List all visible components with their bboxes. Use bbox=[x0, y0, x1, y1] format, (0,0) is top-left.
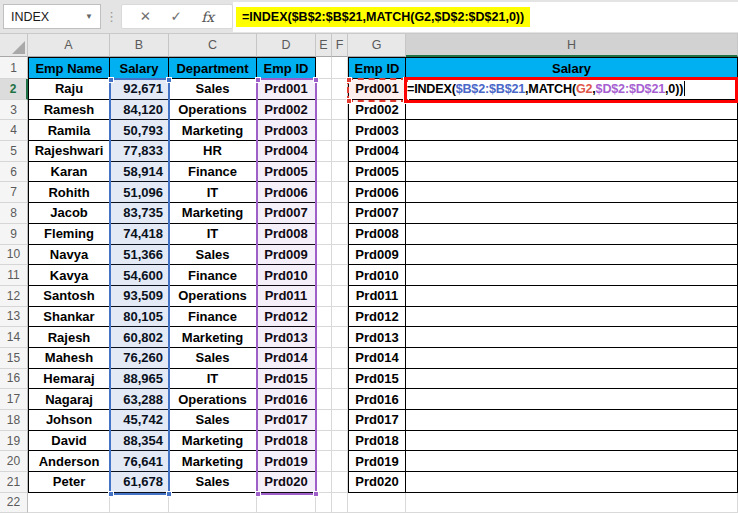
cell-B3[interactable]: 84,120 bbox=[110, 100, 169, 121]
cell-E6[interactable] bbox=[316, 162, 332, 183]
row-header-3[interactable]: 3 bbox=[0, 100, 28, 121]
cell-H16[interactable] bbox=[406, 369, 738, 390]
cell-F1[interactable] bbox=[332, 57, 348, 79]
insert-function-icon[interactable]: fx bbox=[201, 10, 214, 24]
cell-B8[interactable]: 83,735 bbox=[110, 203, 169, 224]
cell-H22[interactable] bbox=[406, 493, 738, 513]
cell-C1[interactable]: Department bbox=[169, 57, 257, 79]
cell-B9[interactable]: 74,418 bbox=[110, 224, 169, 245]
cell-B17[interactable]: 63,288 bbox=[110, 389, 169, 410]
cell-A20[interactable]: Anderson bbox=[28, 451, 110, 472]
cell-A12[interactable]: Santosh bbox=[28, 286, 110, 307]
cell-A16[interactable]: Hemaraj bbox=[28, 369, 110, 390]
cell-F18[interactable] bbox=[332, 410, 348, 431]
cell-H21[interactable] bbox=[406, 472, 738, 493]
cell-H7[interactable] bbox=[406, 182, 738, 203]
cell-F10[interactable] bbox=[332, 245, 348, 266]
cell-F8[interactable] bbox=[332, 203, 348, 224]
cell-C19[interactable]: Marketing bbox=[169, 431, 257, 452]
cell-B11[interactable]: 54,600 bbox=[110, 265, 169, 286]
cell-A7[interactable]: Rohith bbox=[28, 182, 110, 203]
formula-bar[interactable]: =INDEX($B$2:$B$21,MATCH(G2,$D$2:$D$21,0)… bbox=[233, 2, 738, 32]
row-header-7[interactable]: 7 bbox=[0, 182, 28, 203]
cell-B20[interactable]: 76,641 bbox=[110, 451, 169, 472]
row-header-20[interactable]: 20 bbox=[0, 451, 28, 472]
cell-E17[interactable] bbox=[316, 389, 332, 410]
cell-D8[interactable]: Prd007 bbox=[257, 203, 316, 224]
cell-F12[interactable] bbox=[332, 286, 348, 307]
row-header-4[interactable]: 4 bbox=[0, 120, 28, 141]
cell-B12[interactable]: 93,509 bbox=[110, 286, 169, 307]
cell-F11[interactable] bbox=[332, 265, 348, 286]
cell-E9[interactable] bbox=[316, 224, 332, 245]
cell-F17[interactable] bbox=[332, 389, 348, 410]
cell-A6[interactable]: Karan bbox=[28, 162, 110, 183]
cell-F14[interactable] bbox=[332, 327, 348, 348]
cell-G19[interactable]: Prd018 bbox=[348, 431, 406, 452]
cell-H12[interactable] bbox=[406, 286, 738, 307]
cell-A17[interactable]: Nagaraj bbox=[28, 389, 110, 410]
cell-G3[interactable]: Prd002 bbox=[348, 100, 406, 121]
cell-B18[interactable]: 45,742 bbox=[110, 410, 169, 431]
column-header-C[interactable]: C bbox=[169, 34, 257, 57]
cell-C4[interactable]: Marketing bbox=[169, 120, 257, 141]
cell-A15[interactable]: Mahesh bbox=[28, 348, 110, 369]
cell-C12[interactable]: Operations bbox=[169, 286, 257, 307]
cell-F5[interactable] bbox=[332, 141, 348, 162]
cell-G15[interactable]: Prd014 bbox=[348, 348, 406, 369]
cell-E22[interactable] bbox=[316, 493, 332, 513]
cell-D14[interactable]: Prd013 bbox=[257, 327, 316, 348]
cell-D21[interactable]: Prd020 bbox=[257, 472, 316, 493]
column-header-F[interactable]: F bbox=[332, 34, 348, 57]
cell-G16[interactable]: Prd015 bbox=[348, 369, 406, 390]
cell-G5[interactable]: Prd004 bbox=[348, 141, 406, 162]
cell-A14[interactable]: Rajesh bbox=[28, 327, 110, 348]
cell-A18[interactable]: Johson bbox=[28, 410, 110, 431]
cell-B15[interactable]: 76,260 bbox=[110, 348, 169, 369]
cell-G21[interactable]: Prd020 bbox=[348, 472, 406, 493]
cell-C6[interactable]: Finance bbox=[169, 162, 257, 183]
row-header-1[interactable]: 1 bbox=[0, 57, 28, 79]
cell-B21[interactable]: 61,678 bbox=[110, 472, 169, 493]
cell-C21[interactable]: Sales bbox=[169, 472, 257, 493]
cell-C16[interactable]: IT bbox=[169, 369, 257, 390]
cell-F22[interactable] bbox=[332, 493, 348, 513]
cell-G10[interactable]: Prd009 bbox=[348, 245, 406, 266]
row-header-6[interactable]: 6 bbox=[0, 162, 28, 183]
row-header-17[interactable]: 17 bbox=[0, 389, 28, 410]
cell-E18[interactable] bbox=[316, 410, 332, 431]
cell-A4[interactable]: Ramila bbox=[28, 120, 110, 141]
cell-A9[interactable]: Fleming bbox=[28, 224, 110, 245]
cell-A19[interactable]: David bbox=[28, 431, 110, 452]
cell-H5[interactable] bbox=[406, 141, 738, 162]
cell-C14[interactable]: Marketing bbox=[169, 327, 257, 348]
cell-F16[interactable] bbox=[332, 369, 348, 390]
cell-C7[interactable]: IT bbox=[169, 182, 257, 203]
cell-H1[interactable]: Salary bbox=[406, 57, 738, 79]
cell-C22[interactable] bbox=[169, 493, 257, 513]
cell-E13[interactable] bbox=[316, 307, 332, 328]
column-header-B[interactable]: B bbox=[110, 34, 169, 57]
cell-D17[interactable]: Prd016 bbox=[257, 389, 316, 410]
cell-E15[interactable] bbox=[316, 348, 332, 369]
row-header-2[interactable]: 2 bbox=[0, 79, 28, 100]
column-header-G[interactable]: G bbox=[348, 34, 406, 57]
cell-G22[interactable] bbox=[348, 493, 406, 513]
cell-F19[interactable] bbox=[332, 431, 348, 452]
cell-H9[interactable] bbox=[406, 224, 738, 245]
cell-C15[interactable]: Sales bbox=[169, 348, 257, 369]
cell-E16[interactable] bbox=[316, 369, 332, 390]
cell-B16[interactable]: 88,965 bbox=[110, 369, 169, 390]
row-header-18[interactable]: 18 bbox=[0, 410, 28, 431]
cell-G9[interactable]: Prd008 bbox=[348, 224, 406, 245]
cell-E20[interactable] bbox=[316, 451, 332, 472]
cell-H6[interactable] bbox=[406, 162, 738, 183]
cell-A21[interactable]: Peter bbox=[28, 472, 110, 493]
cell-H14[interactable] bbox=[406, 327, 738, 348]
cell-D7[interactable]: Prd006 bbox=[257, 182, 316, 203]
cell-H4[interactable] bbox=[406, 120, 738, 141]
row-header-5[interactable]: 5 bbox=[0, 141, 28, 162]
cell-D4[interactable]: Prd003 bbox=[257, 120, 316, 141]
cell-F15[interactable] bbox=[332, 348, 348, 369]
cell-C10[interactable]: Sales bbox=[169, 245, 257, 266]
